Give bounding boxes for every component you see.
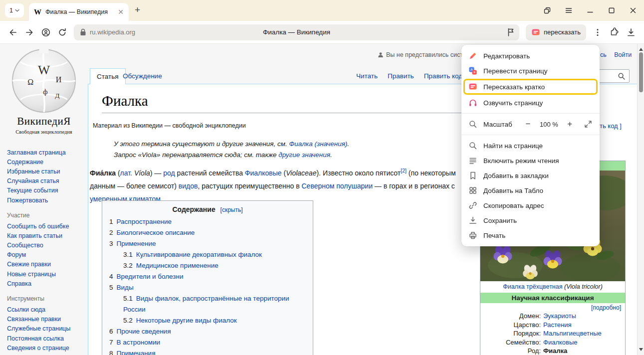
personal-link-fragment[interactable]: сь (600, 51, 607, 58)
sidebar-link[interactable]: Заглавная страница (0, 148, 88, 157)
sidebar-link[interactable]: Избранные статьи (0, 167, 88, 176)
sidebar-link[interactable]: Связанные правки (0, 315, 88, 324)
edit-section-link-fragment[interactable]: ть код ] (600, 122, 622, 130)
menu-item-translate[interactable]: Aя Перевести страницу (461, 63, 600, 78)
sidebar-link[interactable]: Новые страницы (0, 269, 88, 279)
toc-link[interactable]: Виды (117, 284, 134, 291)
sidebar-link[interactable]: Случайная статья (0, 177, 88, 186)
toc-item[interactable]: 3.1Культивирование декоративных фиалок (123, 249, 306, 260)
toc-link[interactable]: Виды фиалок, распространённые на террито… (123, 295, 289, 313)
reload-icon[interactable] (57, 27, 67, 37)
sidebar-link[interactable]: Пожертвовать (0, 195, 88, 205)
taxonomy-value-link[interactable]: Мальпигиецветные (543, 329, 602, 338)
tab-talk[interactable]: Обсуждение (123, 72, 162, 80)
toc-link[interactable]: Биологическое описание (117, 229, 195, 236)
toc-link[interactable]: Некоторые другие виды фиалок (136, 317, 237, 324)
panels-icon[interactable] (543, 6, 551, 14)
toc-link[interactable]: Культивирование декоративных фиалок (136, 251, 262, 258)
tab-edit[interactable]: Править (388, 72, 414, 80)
wikipedia-logo[interactable]: W И Ω ф Д (10, 47, 77, 114)
inline-link[interactable]: Северном полушарии (302, 182, 373, 190)
login-link[interactable]: Войти (614, 51, 632, 58)
forward-arrow-icon[interactable] (24, 27, 34, 37)
search-icon[interactable] (618, 72, 626, 80)
profile-icon[interactable] (41, 27, 51, 37)
inline-link[interactable]: Фиалковые (245, 169, 282, 177)
menu-item-find[interactable]: Найти на странице (461, 138, 600, 153)
sidebar-link[interactable]: Как править статьи (0, 231, 88, 240)
inline-link[interactable]: [2] (401, 168, 407, 174)
menu-item-add-bookmark[interactable]: Добавить в закладки (461, 168, 600, 183)
menu-item-save[interactable]: Сохранить (461, 213, 600, 228)
sidebar-link[interactable]: Служебные страницы (0, 324, 88, 334)
new-tab-button[interactable]: + (135, 4, 140, 15)
download-icon[interactable] (626, 27, 636, 37)
sidebar-link[interactable]: Сообщить об ошибке (0, 221, 88, 231)
address-bar[interactable]: ru.wikipedia.org Фиалка — Википедия (74, 24, 519, 40)
toc-hide-link[interactable]: [скрыть] (220, 206, 243, 213)
menu-item-print[interactable]: Печать (461, 228, 600, 243)
sidebar-link[interactable]: Форум (0, 250, 88, 260)
back-arrow-icon[interactable] (8, 27, 18, 37)
sidebar-link[interactable]: Свежие правки (0, 260, 88, 269)
taxonomy-value-link[interactable]: Эукариоты (543, 312, 576, 321)
toc-item[interactable]: 6Прочие сведения (109, 326, 306, 337)
extensions-puzzle-icon[interactable] (609, 27, 620, 37)
kebab-menu-icon[interactable] (593, 28, 603, 37)
toc-link[interactable]: Медицинское применение (136, 262, 218, 269)
inline-link[interactable]: видов (179, 182, 198, 190)
summarize-button[interactable]: пересказать (526, 24, 586, 40)
toc-item[interactable]: 5.2Некоторые другие виды фиалок (123, 315, 306, 326)
sidebar-link[interactable]: Постоянная ссылка (0, 334, 88, 343)
taxonomy-value-link[interactable]: Фиалковые (543, 338, 578, 347)
toc-link[interactable]: Примечания (117, 350, 156, 355)
menu-item-edit[interactable]: Редактировать (461, 48, 600, 63)
toc-link[interactable]: Вредители и болезни (117, 273, 184, 280)
sidebar-link[interactable]: Сведения о странице (0, 343, 88, 353)
close-window-icon[interactable] (629, 6, 637, 14)
zoom-out-button[interactable]: − (524, 119, 532, 129)
toc-item[interactable]: 3Применение (109, 238, 306, 249)
tab-article[interactable]: Статья (90, 68, 126, 84)
menu-item-copy-address[interactable]: Скопировать адрес (461, 198, 600, 213)
toc-item[interactable]: 3.2Медицинское применение (123, 260, 306, 271)
lock-icon[interactable] (80, 28, 86, 36)
tab-edit-source[interactable]: Править код (424, 72, 463, 80)
toc-link[interactable]: Прочие сведения (117, 328, 171, 335)
caption-link[interactable]: Фиалка трёхцветная (503, 283, 562, 290)
tab-counter-button[interactable]: 1 (5, 3, 24, 17)
zoom-in-button[interactable]: + (566, 119, 574, 129)
toc-item[interactable]: 8Примечания (109, 348, 306, 355)
menu-item-summarize[interactable]: Пересказать кратко (465, 80, 596, 93)
tab-read[interactable]: Читать (356, 72, 378, 80)
browser-menu-icon[interactable] (565, 6, 573, 14)
toc-item[interactable]: 2Биологическое описание (109, 227, 306, 238)
menu-item-voice[interactable]: Озвучить страницу (461, 95, 600, 110)
inline-link[interactable]: другие значения (278, 151, 330, 159)
toc-link[interactable]: Распространение (117, 218, 172, 225)
browser-tab[interactable]: W Фиалка — Википедия ✕ (29, 3, 129, 21)
sidebar-link[interactable]: Справка (0, 279, 88, 288)
sidebar-link[interactable]: Сообщество (0, 241, 88, 250)
tab-close-icon[interactable]: ✕ (118, 8, 124, 16)
fullscreen-arrows-icon[interactable] (584, 120, 593, 129)
taxonomy-value-link[interactable]: Растения (543, 321, 572, 330)
bookmark-flag-icon[interactable] (507, 28, 514, 36)
wikipedia-wordmark[interactable]: ВикипедиЯ (0, 115, 88, 128)
minimize-icon[interactable] (586, 6, 594, 14)
toc-link[interactable]: Применение (117, 240, 156, 247)
inline-link[interactable]: род (163, 169, 175, 177)
menu-item-add-tablo[interactable]: Добавить на Табло (461, 183, 600, 198)
details-link[interactable]: [подробно] (480, 303, 625, 312)
sidebar-link[interactable]: Ссылки сюда (0, 305, 88, 314)
toc-item[interactable]: 5.1Виды фиалок, распространённые на терр… (123, 293, 306, 315)
sidebar-link[interactable]: Содержание (0, 157, 88, 167)
toc-item[interactable]: 7В астрономии (109, 337, 306, 348)
maximize-icon[interactable] (608, 6, 616, 14)
toc-link[interactable]: В астрономии (117, 339, 161, 346)
sidebar-link[interactable]: Текущие события (0, 186, 88, 195)
toc-item[interactable]: 4Вредители и болезни (109, 271, 306, 282)
inline-link[interactable]: Фиалка (значения) (289, 140, 348, 148)
page-scrollbar[interactable] (637, 44, 644, 355)
scroll-down-button[interactable] (639, 348, 643, 353)
